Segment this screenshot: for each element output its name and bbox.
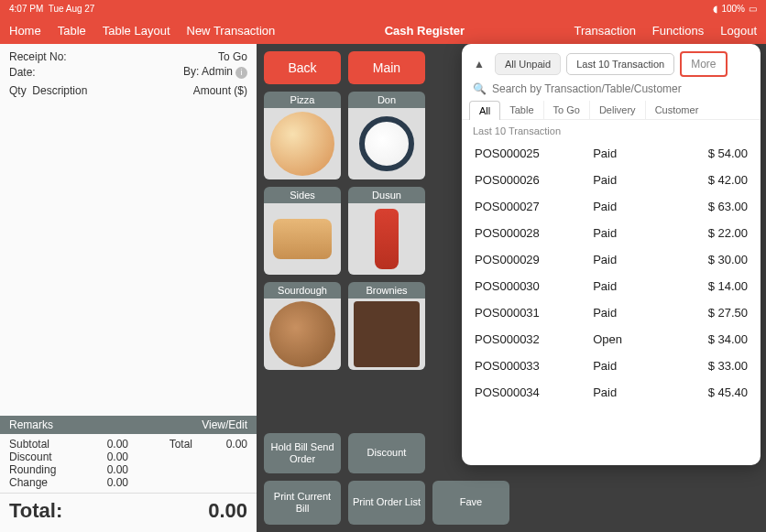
txn-status: Paid <box>593 306 665 320</box>
nav-table[interactable]: Table <box>58 24 86 38</box>
more-button[interactable]: More <box>680 51 727 77</box>
remarks-label[interactable]: Remarks <box>9 418 53 431</box>
info-icon[interactable]: i <box>235 67 247 79</box>
txn-status: Open <box>593 332 665 346</box>
receipt-panel: Receipt No: To Go Date: By: Admini Qty D… <box>0 44 257 532</box>
transaction-panel: ▲ All Unpaid Last 10 Transaction More 🔍 … <box>462 44 761 465</box>
total-label: Total <box>128 438 192 451</box>
filter-tab-table[interactable]: Table <box>500 101 543 119</box>
category-label: Sides <box>264 187 341 203</box>
nav-logout[interactable]: Logout <box>720 24 757 38</box>
nav-table-layout[interactable]: Table Layout <box>103 24 170 38</box>
receipt-body <box>0 103 257 416</box>
transaction-row[interactable]: POS000029Paid$ 30.00 <box>462 246 761 273</box>
txn-status: Paid <box>593 253 665 266</box>
status-date: Tue Aug 27 <box>49 4 95 14</box>
transaction-row[interactable]: POS000027Paid$ 63.00 <box>462 193 761 220</box>
change-label: Change <box>9 476 73 489</box>
category-label: Brownies <box>348 282 425 299</box>
txn-amount: $ 34.00 <box>666 332 748 346</box>
txn-status: Paid <box>593 279 665 293</box>
category-sourdough[interactable]: Sourdough <box>264 282 341 370</box>
collapse-button[interactable]: ▲ <box>469 54 489 74</box>
category-dusun[interactable]: Dusun <box>348 187 425 275</box>
category-don[interactable]: Don <box>348 92 425 179</box>
filter-tab-togo[interactable]: To Go <box>544 101 590 119</box>
receipt-type: To Go <box>218 50 247 63</box>
transaction-row[interactable]: POS000026Paid$ 42.00 <box>462 167 761 193</box>
print-current-bill-button[interactable]: Print Current Bill <box>264 481 341 525</box>
txn-id: POS000033 <box>475 359 593 373</box>
main-button[interactable]: Main <box>348 51 425 84</box>
subtotal-label: Subtotal <box>9 438 73 451</box>
filter-tab-delivery[interactable]: Delivery <box>590 101 646 119</box>
category-pizza[interactable]: Pizza <box>264 92 341 179</box>
txn-id: POS000025 <box>475 147 593 160</box>
grand-total-value: 0.00 <box>208 499 247 523</box>
transaction-row[interactable]: POS000031Paid$ 27.50 <box>462 299 761 326</box>
seg-all-unpaid[interactable]: All Unpaid <box>495 53 561 75</box>
transaction-list[interactable]: POS000025Paid$ 54.00POS000026Paid$ 42.00… <box>462 140 761 465</box>
category-label: Dusun <box>348 187 425 203</box>
filter-tab-customer[interactable]: Customer <box>646 101 708 119</box>
nav-new-transaction[interactable]: New Transaction <box>187 24 276 38</box>
txn-amount: $ 33.00 <box>666 359 748 373</box>
wifi-icon: ◖ <box>713 4 717 14</box>
rounding-label: Rounding <box>9 463 73 476</box>
hold-bill-button[interactable]: Hold Bill Send Order <box>264 433 341 473</box>
transaction-row[interactable]: POS000034Paid$ 45.40 <box>462 379 761 406</box>
col-qty: Qty <box>9 84 27 97</box>
transaction-row[interactable]: POS000025Paid$ 54.00 <box>462 140 761 167</box>
sourdough-icon <box>269 301 335 367</box>
transaction-row[interactable]: POS000033Paid$ 33.00 <box>462 353 761 379</box>
sides-icon <box>273 219 332 259</box>
txn-amount: $ 63.00 <box>666 200 748 213</box>
battery-percent: 100% <box>721 4 745 14</box>
status-bar: 4:07 PM Tue Aug 27 ◖ 100% ▭ <box>0 0 766 16</box>
txn-id: POS000026 <box>475 173 593 187</box>
txn-amount: $ 42.00 <box>666 173 748 187</box>
print-order-list-button[interactable]: Print Order List <box>348 481 425 525</box>
txn-id: POS000032 <box>475 332 593 346</box>
seg-last10[interactable]: Last 10 Transaction <box>566 53 674 75</box>
col-amount: Amount ($) <box>193 84 247 97</box>
category-sides[interactable]: Sides <box>264 187 341 275</box>
category-label: Sourdough <box>264 282 341 299</box>
transaction-row[interactable]: POS000030Paid$ 14.00 <box>462 273 761 299</box>
transaction-row[interactable]: POS000032Open$ 34.00 <box>462 326 761 353</box>
txn-amount: $ 14.00 <box>666 279 748 293</box>
fave-button[interactable]: Fave <box>432 481 509 525</box>
discount-value: 0.00 <box>73 451 128 463</box>
txn-amount: $ 22.00 <box>666 226 748 240</box>
chevron-up-icon: ▲ <box>474 58 485 71</box>
category-label: Don <box>348 92 425 108</box>
nav-transaction[interactable]: Transaction <box>574 24 635 38</box>
txn-id: POS000027 <box>475 200 593 213</box>
txn-status: Paid <box>593 200 665 213</box>
txn-amount: $ 54.00 <box>666 147 748 160</box>
header: Home Table Table Layout New Transaction … <box>0 16 766 44</box>
search-input[interactable] <box>492 82 750 95</box>
receipt-date-label: Date: <box>9 66 36 79</box>
page-title: Cash Register <box>275 24 574 38</box>
discount-label: Discount <box>9 451 73 463</box>
battery-icon: ▭ <box>749 4 757 14</box>
section-label: Last 10 Transaction <box>462 120 761 140</box>
transaction-row[interactable]: POS000028Paid$ 22.00 <box>462 220 761 246</box>
filter-tab-all[interactable]: All <box>469 101 500 120</box>
txn-status: Paid <box>593 385 665 399</box>
nav-functions[interactable]: Functions <box>652 24 704 38</box>
discount-button[interactable]: Discount <box>348 433 425 473</box>
txn-id: POS000030 <box>475 279 593 293</box>
pizza-icon <box>270 112 334 176</box>
view-edit-link[interactable]: View/Edit <box>202 418 247 431</box>
txn-amount: $ 27.50 <box>666 306 748 320</box>
category-brownies[interactable]: Brownies <box>348 282 425 370</box>
txn-id: POS000029 <box>475 253 593 266</box>
total-value: 0.00 <box>192 438 247 451</box>
search-icon: 🔍 <box>473 82 487 95</box>
back-button[interactable]: Back <box>264 51 341 84</box>
nav-home[interactable]: Home <box>9 24 41 38</box>
rounding-value: 0.00 <box>73 463 128 476</box>
txn-amount: $ 30.00 <box>666 253 748 266</box>
